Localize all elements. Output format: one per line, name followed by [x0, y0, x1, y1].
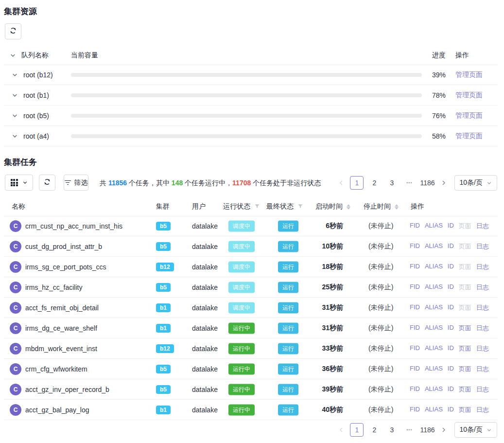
op-alias-link[interactable]: ALIAS — [425, 324, 443, 333]
op-page-link[interactable]: 页面 — [459, 406, 471, 414]
op-fid-link[interactable]: FID — [410, 283, 420, 292]
task-operations: FIDALIASID页面日志 — [410, 303, 489, 312]
op-log-link[interactable]: 日志 — [476, 324, 489, 333]
op-fid-link[interactable]: FID — [410, 222, 420, 230]
op-id-link[interactable]: ID — [448, 365, 454, 373]
task-operations: FIDALIASID页面日志 — [410, 263, 489, 271]
page-ellipsis: ••• — [402, 176, 416, 190]
page-1[interactable]: 1 — [350, 423, 364, 437]
op-id-link[interactable]: ID — [448, 344, 454, 353]
page-last[interactable]: 1186 — [420, 176, 434, 190]
prev-page-icon[interactable] — [336, 423, 346, 437]
op-log-link[interactable]: 日志 — [476, 385, 489, 394]
task-row: C acct_fs_remit_obj_detail b1 datalake 调… — [4, 298, 498, 318]
op-page-link[interactable]: 页面 — [459, 324, 471, 333]
op-id-link[interactable]: ID — [448, 283, 454, 292]
task-rows: C crm_cust_np_acc_num_inst_his b5 datala… — [4, 216, 498, 420]
op-log-link[interactable]: 日志 — [476, 406, 489, 414]
op-id-link[interactable]: ID — [448, 222, 454, 230]
next-page-icon[interactable] — [439, 423, 449, 437]
column-progress: 进度 — [432, 51, 446, 60]
next-page-icon[interactable] — [439, 176, 449, 190]
column-user: 用户 — [192, 202, 206, 211]
op-alias-link[interactable]: ALIAS — [425, 385, 443, 394]
progress-percent: 78% — [432, 91, 446, 99]
task-avatar: C — [10, 363, 21, 375]
op-page-link[interactable]: 页面 — [459, 385, 471, 394]
op-fid-link[interactable]: FID — [410, 365, 420, 373]
op-log-link[interactable]: 日志 — [476, 283, 489, 292]
task-operations: FIDALIASID页面日志 — [410, 242, 489, 251]
summary-text: 共 — [100, 179, 108, 187]
op-alias-link[interactable]: ALIAS — [425, 263, 443, 271]
op-alias-link[interactable]: ALIAS — [425, 242, 443, 251]
op-fid-link[interactable]: FID — [410, 406, 420, 414]
op-page-link[interactable]: 页面 — [459, 365, 471, 373]
op-log-link[interactable]: 日志 — [476, 303, 489, 312]
expand-chevron-icon[interactable] — [12, 92, 18, 98]
op-alias-link[interactable]: ALIAS — [425, 283, 443, 292]
page-size-select[interactable]: 10条/页 — [454, 175, 497, 191]
start-time: 10秒前 — [305, 242, 343, 251]
manage-page-link[interactable]: 管理页面 — [455, 111, 483, 120]
page-ellipsis: ••• — [402, 423, 416, 437]
view-switch-button[interactable] — [5, 175, 33, 191]
filter-funnel-icon[interactable] — [297, 203, 303, 209]
collapse-all-chevron-icon[interactable] — [10, 53, 16, 59]
op-log-link[interactable]: 日志 — [476, 222, 489, 230]
op-id-link[interactable]: ID — [448, 406, 454, 414]
op-page-link: 页面 — [459, 263, 471, 271]
column-name: 名称 — [12, 202, 25, 211]
task-user: datalake — [192, 406, 218, 414]
manage-page-link[interactable]: 管理页面 — [455, 132, 483, 141]
page-2[interactable]: 2 — [367, 176, 381, 190]
sorter-icon[interactable] — [347, 204, 350, 210]
op-page-link[interactable]: 页面 — [459, 344, 471, 353]
op-log-link[interactable]: 日志 — [476, 365, 489, 373]
op-log-link[interactable]: 日志 — [476, 263, 489, 271]
op-log-link[interactable]: 日志 — [476, 242, 489, 251]
progress-percent: 58% — [432, 132, 446, 140]
page-3[interactable]: 3 — [385, 176, 399, 190]
op-alias-link[interactable]: ALIAS — [425, 365, 443, 373]
op-fid-link[interactable]: FID — [410, 303, 420, 312]
expand-chevron-icon[interactable] — [12, 133, 18, 139]
filter-button[interactable]: 筛选 — [64, 175, 88, 191]
op-alias-link[interactable]: ALIAS — [425, 303, 443, 312]
op-log-link[interactable]: 日志 — [476, 344, 489, 353]
filter-funnel-icon[interactable] — [254, 203, 260, 209]
resources-table-header: 队列名称 当前容量 进度 操作 — [4, 46, 498, 65]
page-2[interactable]: 2 — [367, 423, 381, 437]
op-id-link[interactable]: ID — [448, 324, 454, 333]
op-fid-link[interactable]: FID — [410, 242, 420, 251]
op-id-link[interactable]: ID — [448, 303, 454, 312]
tasks-refresh-button[interactable] — [39, 175, 55, 191]
resource-row: root (b12) 39% 管理页面 — [4, 65, 498, 85]
op-id-link[interactable]: ID — [448, 263, 454, 271]
manage-page-link[interactable]: 管理页面 — [455, 91, 483, 100]
resources-refresh-button[interactable] — [5, 23, 21, 39]
column-stop-time: 停止时间 — [364, 202, 399, 211]
sorter-icon[interactable] — [395, 204, 399, 210]
op-alias-link[interactable]: ALIAS — [425, 344, 443, 353]
op-fid-link[interactable]: FID — [410, 385, 420, 394]
op-fid-link[interactable]: FID — [410, 263, 420, 271]
run-status-badge: 运行中 — [228, 363, 255, 374]
op-page-link: 页面 — [459, 303, 471, 312]
op-id-link[interactable]: ID — [448, 385, 454, 394]
page-3[interactable]: 3 — [385, 423, 399, 437]
op-id-link[interactable]: ID — [448, 242, 454, 251]
task-name: irms_dg_ce_ware_shelf — [25, 324, 97, 332]
prev-page-icon[interactable] — [336, 176, 346, 190]
page-1[interactable]: 1 — [350, 176, 364, 190]
final-status-badge: 运行 — [278, 261, 298, 272]
op-fid-link[interactable]: FID — [410, 324, 420, 333]
expand-chevron-icon[interactable] — [12, 71, 18, 78]
manage-page-link[interactable]: 管理页面 — [455, 71, 483, 79]
page-last[interactable]: 1186 — [420, 423, 434, 437]
op-fid-link[interactable]: FID — [410, 344, 420, 353]
page-size-select[interactable]: 10条/页 — [454, 422, 497, 438]
op-alias-link[interactable]: ALIAS — [425, 406, 443, 414]
op-alias-link[interactable]: ALIAS — [425, 222, 443, 230]
expand-chevron-icon[interactable] — [12, 112, 18, 119]
